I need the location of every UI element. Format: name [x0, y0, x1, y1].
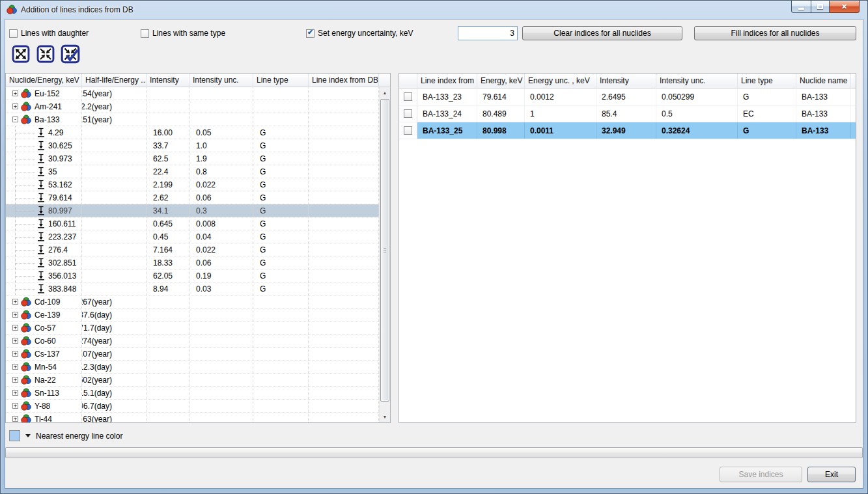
column-header[interactable]: Intensity unc. — [656, 74, 738, 89]
tree-row[interactable]: +Ti-4463(year) — [6, 413, 379, 422]
cell-intensity-unc: 0.008 — [189, 217, 253, 230]
expand-toggle[interactable]: + — [12, 377, 18, 383]
row-checkbox[interactable] — [404, 126, 412, 135]
checkbox-lines-with-daughter[interactable]: Lines with daughter — [9, 28, 89, 38]
table-row[interactable]: BA-133_2379.6140.00122.64950.050299GBA-1… — [399, 89, 856, 105]
cell-line-type — [253, 100, 309, 113]
cell-intensity: 0.645 — [147, 217, 189, 230]
cell-intensity-unc: 0.5 — [656, 105, 738, 122]
tree-row[interactable]: +Y-88106.7(day) — [6, 400, 379, 413]
column-header[interactable]: Line index from DB — [309, 74, 379, 87]
tree-row[interactable]: +Co-57271.7(day) — [6, 322, 379, 335]
table-row[interactable]: BA-133_2480.489185.40.5ECBA-133 — [399, 105, 856, 122]
tree-row[interactable]: +Cd-1091.267(year) — [6, 295, 379, 309]
collapse-checked-button[interactable] — [59, 42, 81, 65]
fill-indices-button[interactable]: Fill indices for all nuclides — [694, 26, 856, 40]
collapse-all-button[interactable] — [35, 42, 57, 65]
tree-row[interactable]: 30.97362.51.9G — [6, 152, 379, 165]
exit-button[interactable]: Exit — [807, 467, 856, 482]
column-header[interactable]: Nuclide name — [796, 74, 851, 89]
column-header[interactable]: Energy, keV — [477, 74, 525, 89]
tree-row[interactable]: 356.01362.050.19G — [6, 269, 379, 282]
left-table-scrollbar[interactable]: ▲ ▼ — [379, 87, 390, 422]
expand-all-button[interactable] — [10, 42, 32, 65]
tree-row[interactable]: +Eu-15213.54(year) — [6, 87, 379, 100]
column-header[interactable]: Energy unc. , keV — [525, 74, 596, 89]
nuclide-name: Mn-54 — [35, 363, 57, 372]
close-button[interactable]: ✕ — [830, 1, 860, 13]
tree-row[interactable]: 79.6142.620.06G — [6, 191, 379, 204]
expand-toggle[interactable]: + — [12, 312, 18, 318]
save-indices-button[interactable]: Save indices — [720, 467, 802, 482]
cell-line-index — [309, 178, 379, 191]
expand-toggle[interactable]: + — [12, 364, 18, 370]
tree-row[interactable]: 3522.40.8G — [6, 165, 379, 178]
tree-row[interactable]: +Na-222.602(year) — [6, 374, 379, 387]
tree-row[interactable]: 53.1622.1990.022G — [6, 178, 379, 191]
row-checkbox[interactable] — [404, 109, 412, 118]
tree-row[interactable]: +Co-605.274(year) — [6, 335, 379, 348]
energy-uncertainty-input[interactable] — [458, 26, 518, 40]
expand-toggle[interactable]: + — [12, 325, 18, 331]
cell-intensity-unc — [189, 361, 253, 373]
column-header[interactable]: Line type — [738, 74, 796, 89]
cell-nuclide-energy: +Ti-44 — [6, 413, 82, 422]
tree-row[interactable]: 276.47.1640.022G — [6, 243, 379, 256]
column-header[interactable]: Intensity unc. — [189, 74, 253, 87]
column-header[interactable]: Line index from DB — [417, 74, 477, 89]
expand-toggle[interactable]: + — [12, 338, 18, 344]
cell-nuclide-energy: 383.848 — [6, 282, 82, 295]
tree-row[interactable]: 30.62533.71.0G — [6, 139, 379, 152]
tree-row[interactable]: +Sn-113115.1(day) — [6, 387, 379, 400]
scroll-down-icon[interactable]: ▼ — [380, 411, 390, 422]
expand-toggle[interactable]: + — [12, 299, 18, 305]
column-header-filler — [379, 74, 390, 87]
scroll-up-icon[interactable]: ▲ — [380, 87, 390, 98]
nuclide-icon — [21, 89, 31, 99]
expand-toggle[interactable]: + — [12, 90, 18, 96]
tree-row[interactable]: +Mn-54312.3(day) — [6, 361, 379, 374]
tree-row[interactable]: 160.6110.6450.008G — [6, 217, 379, 230]
nuclide-icon — [21, 297, 31, 307]
line-color-swatch[interactable] — [9, 430, 20, 441]
cell-line-type — [253, 361, 309, 373]
clear-indices-button[interactable]: Clear indices for all nuclides — [522, 26, 682, 40]
cell-line-index — [309, 100, 379, 113]
cell-intensity-unc: 0.050299 — [656, 89, 738, 105]
close-icon: ✕ — [841, 3, 847, 11]
column-header[interactable]: Nuclide/Energy, keV — [6, 74, 82, 87]
expand-toggle[interactable]: + — [12, 390, 18, 396]
expand-toggle[interactable]: + — [12, 403, 18, 409]
row-checkbox[interactable] — [404, 92, 412, 101]
cell-line-index: BA-133_25 — [417, 122, 477, 139]
column-header[interactable]: Intensity — [596, 74, 656, 89]
minimize-button[interactable] — [791, 1, 811, 13]
scrollbar-thumb[interactable] — [380, 99, 389, 402]
tree-row[interactable]: +Cs-13730.07(year) — [6, 348, 379, 361]
color-dropdown-arrow-icon[interactable] — [25, 434, 31, 440]
tree-row[interactable]: 383.8488.940.03G — [6, 282, 379, 295]
column-header[interactable]: Line type — [253, 74, 309, 87]
table-row[interactable]: BA-133_2580.9980.001132.9490.32624GBA-13… — [399, 122, 856, 139]
cell-line-index — [309, 269, 379, 282]
tree-row[interactable]: 4.2916.000.05G — [6, 126, 379, 139]
tree-row[interactable]: +Ce-139137.6(day) — [6, 309, 379, 322]
tree-row[interactable]: 302.85118.330.06G — [6, 256, 379, 269]
tree-row[interactable]: -Ba-13310.51(year) — [6, 113, 379, 126]
checkbox-set-energy-uncertainty[interactable]: Set energy uncertainty, keV — [306, 28, 413, 38]
checkbox-lines-with-same-type[interactable]: Lines with same type — [141, 28, 225, 38]
expand-toggle[interactable]: + — [12, 103, 18, 109]
tree-row[interactable]: +Am-241432.2(year) — [6, 100, 379, 113]
maximize-button[interactable] — [811, 1, 830, 13]
cell-intensity: 32.949 — [596, 122, 656, 139]
tree-row[interactable]: 223.2370.450.04G — [6, 230, 379, 243]
column-header[interactable]: Intensity — [147, 74, 189, 87]
cell-intensity-unc: 0.3 — [189, 204, 253, 217]
line-color-label: Nearest energy line color — [36, 432, 122, 441]
expand-toggle[interactable]: + — [12, 351, 18, 357]
tree-row[interactable]: 80.99734.10.3G — [6, 204, 379, 217]
column-header[interactable]: Half-life/Energy ... — [82, 74, 147, 87]
expand-toggle[interactable]: - — [12, 117, 18, 122]
titlebar[interactable]: Addition of lines indices from DB ✕ — [0, 0, 868, 20]
expand-toggle[interactable]: + — [12, 416, 18, 422]
